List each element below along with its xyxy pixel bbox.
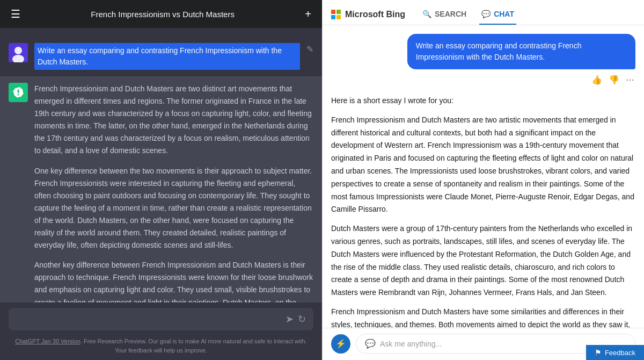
send-button[interactable]: ➤ <box>286 313 294 325</box>
assistant-message-text: French Impressionism and Dutch Masters a… <box>34 83 313 303</box>
bing-assistant-response: Here is a short essay I wrote for you: F… <box>331 95 635 328</box>
new-chat-button[interactable]: + <box>303 6 313 23</box>
user-message-row: Write an essay comparing and contrasting… <box>0 37 322 76</box>
regenerate-button[interactable]: ↻ <box>298 313 306 325</box>
refresh-icon: ↻ <box>298 313 306 325</box>
bing-messages-container: Write an essay comparing and contrasting… <box>323 25 644 328</box>
ms-square-green <box>336 10 341 14</box>
bing-logo: Microsoft Bing <box>331 10 405 19</box>
bing-panel: Microsoft Bing 🔍 SEARCH 💬 CHAT Write an … <box>322 0 644 360</box>
search-tab[interactable]: 🔍 SEARCH <box>420 4 469 25</box>
chat-input[interactable] <box>16 315 281 323</box>
chat-bubble-icon: 💬 <box>481 10 491 18</box>
avatar-image <box>9 43 28 62</box>
left-footer: ➤ ↻ <box>0 303 322 334</box>
thumbs-up-button[interactable]: 👍 <box>590 74 603 86</box>
left-messages-container: Write an essay comparing and contrasting… <box>0 28 322 303</box>
edit-icon[interactable]: ✎ <box>306 44 313 54</box>
chatgpt-panel: ☰ French Impressionism vs Dutch Masters … <box>0 0 322 360</box>
menu-button[interactable]: ☰ <box>9 5 23 23</box>
bing-paragraph-2: Dutch Masters were a group of 17th-centu… <box>331 222 635 299</box>
user-message-text: Write an essay comparing and contrasting… <box>34 43 300 70</box>
chat-input-area: ➤ ↻ <box>9 308 313 330</box>
ms-square-yellow <box>336 15 341 19</box>
plus-icon: + <box>305 8 311 20</box>
bing-spark-button[interactable]: ⚡ <box>331 334 350 354</box>
ms-square-red <box>331 10 335 14</box>
bing-user-actions: 👍 👎 ⋯ <box>331 74 635 86</box>
bing-paragraph-1: French Impressionism and Dutch Masters a… <box>331 114 635 216</box>
chat-label: CHAT <box>494 10 514 18</box>
user-bubble-row: Write an essay comparing and contrasting… <box>331 34 635 78</box>
thumbs-down-button[interactable]: 👎 <box>608 74 620 86</box>
svg-point-1 <box>14 47 22 54</box>
more-options-button[interactable]: ⋯ <box>625 74 635 86</box>
bing-paragraph-3: French Impressionism and Dutch Masters h… <box>331 306 635 328</box>
feedback-label: Feedback <box>605 349 635 357</box>
menu-icon: ☰ <box>11 8 20 20</box>
send-icon: ➤ <box>286 313 294 325</box>
flag-icon: ⚑ <box>595 348 602 357</box>
bing-footer: ⚡ 💬 ⚑ Feedback <box>323 328 644 360</box>
assistant-message-row: French Impressionism and Dutch Masters a… <box>0 76 322 303</box>
conversation-title: French Impressionism vs Dutch Masters <box>91 10 235 19</box>
user-avatar <box>9 43 28 62</box>
bing-user-message: Write an essay comparing and contrasting… <box>407 34 635 69</box>
search-icon: 🔍 <box>422 10 431 18</box>
spark-icon: ⚡ <box>335 339 346 349</box>
search-label: SEARCH <box>435 10 466 18</box>
bing-header: Microsoft Bing 🔍 SEARCH 💬 CHAT <box>323 0 644 25</box>
chatgpt-avatar <box>9 83 28 102</box>
left-header: ☰ French Impressionism vs Dutch Masters … <box>0 0 322 28</box>
message-icon: 💬 <box>365 339 376 349</box>
openai-icon <box>12 86 25 99</box>
disclaimer-link[interactable]: ChatGPT Jan 30 Version <box>15 338 80 344</box>
disclaimer-text: ChatGPT Jan 30 Version. Free Research Pr… <box>0 334 322 360</box>
chat-tab[interactable]: 💬 CHAT <box>479 4 516 25</box>
ms-square-blue <box>331 15 335 19</box>
bing-intro-text: Here is a short essay I wrote for you: <box>331 95 635 107</box>
bing-logo-text: Microsoft Bing <box>345 10 405 19</box>
feedback-button[interactable]: ⚑ Feedback <box>586 345 644 360</box>
microsoft-logo <box>331 10 341 19</box>
